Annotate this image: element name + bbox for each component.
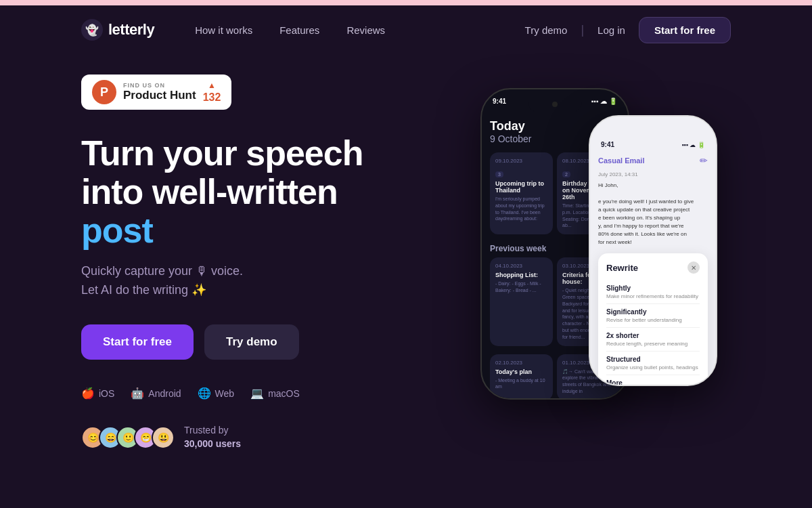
phone-mockups: 9:41 ▪▪▪ ☁ 🔋 Today 9 October 09.10.2023 …: [426, 75, 731, 427]
nav-features[interactable]: Features: [279, 24, 319, 36]
phone-sec-status: 9:41 ▪▪▪ ☁ 🔋: [598, 141, 708, 148]
main-content: P FIND US ON Product Hunt ▲ 132 Turn you…: [0, 54, 812, 450]
left-content: P FIND US ON Product Hunt ▲ 132 Turn you…: [81, 75, 386, 450]
rewrite-option-shorter[interactable]: 2x shorter Reduce length, preserve meani…: [606, 328, 700, 352]
phone-card-0: 09.10.2023 3 Upcoming trip to Thailand I…: [490, 152, 553, 234]
rewrite-slightly-title: Slightly: [606, 284, 700, 292]
platforms-row: 🍎 iOS 🤖 Android 🌐 Web 💻 macOS: [81, 387, 386, 400]
macos-icon: 💻: [250, 387, 264, 400]
nav-divider: |: [581, 23, 584, 37]
platform-android: 🤖 Android: [131, 387, 181, 400]
prev-card-title-2: Today's plan: [495, 368, 547, 375]
platform-macos-label: macOS: [268, 388, 300, 399]
platform-web-label: Web: [215, 388, 235, 399]
hero-subtext: Quickly capture your 🎙 voice. Let AI do …: [81, 261, 386, 301]
rewrite-close-button[interactable]: ✕: [687, 261, 700, 274]
product-hunt-logo: P: [92, 80, 116, 104]
product-hunt-arrow-icon: ▲: [208, 81, 216, 90]
hero-line3: post: [81, 211, 153, 250]
rewrite-option-structured[interactable]: Structured Organize using bullet points,…: [606, 352, 700, 375]
web-icon: 🌐: [198, 387, 211, 400]
product-hunt-badge[interactable]: P FIND US ON Product Hunt ▲ 132: [81, 75, 231, 110]
platform-ios: 🍎 iOS: [81, 387, 114, 400]
logo[interactable]: 👻 letterly: [81, 19, 154, 41]
platform-android-label: Android: [148, 388, 181, 399]
trusted-row: 😊 😄 🙂 😁 😃 Trusted by 30,000 users: [81, 424, 386, 450]
hero-title: Turn your speech into well-written post: [81, 134, 386, 251]
phone-sec-inner: 9:41 ▪▪▪ ☁ 🔋 Casual Email ✏ July 2023, 1…: [590, 117, 716, 385]
trusted-label: Trusted by: [184, 425, 229, 436]
nav-how-it-works[interactable]: How it works: [195, 24, 252, 36]
prev-card-date-2: 02.10.2023: [495, 360, 547, 366]
product-hunt-count-block: ▲ 132: [203, 81, 221, 104]
try-demo-button[interactable]: Try demo: [204, 324, 299, 360]
logo-icon: 👻: [81, 19, 103, 41]
rewrite-panel: Rewrite ✕ Slightly Make minor refinement…: [598, 253, 708, 386]
apple-icon: 🍎: [81, 387, 95, 400]
navbar: 👻 letterly How it works Features Reviews…: [0, 5, 812, 54]
card-badge-0: 3: [495, 171, 503, 177]
phone-notch: [528, 96, 582, 112]
card-title-0: Upcoming trip to Thailand: [495, 180, 547, 194]
rewrite-title: Rewrite: [606, 263, 638, 273]
prev-card-text-2: - Meeting a buddy at 10 am: [495, 377, 547, 391]
nav-try-demo[interactable]: Try demo: [525, 24, 568, 36]
rewrite-sig-desc: Revise for better understanding: [606, 317, 700, 323]
sec-icons: ▪▪▪ ☁ 🔋: [681, 142, 705, 148]
product-hunt-find-label: FIND US ON: [123, 82, 196, 89]
start-free-button[interactable]: Start for free: [81, 324, 194, 360]
prev-card-date-0: 04.10.2023: [495, 263, 547, 269]
trusted-count: 30,000 users: [184, 438, 241, 451]
card-text-0: I'm seriously pumped about my upcoming t…: [495, 196, 547, 222]
nav-login[interactable]: Log in: [597, 24, 625, 36]
email-body: Hi John, e you're doing well! I just wan…: [598, 182, 708, 247]
phone-prev-card-2: 02.10.2023 Today's plan - Meeting a budd…: [490, 354, 553, 400]
platform-macos: 💻 macOS: [250, 387, 300, 400]
phone-secondary: 9:41 ▪▪▪ ☁ 🔋 Casual Email ✏ July 2023, 1…: [589, 115, 717, 386]
rewrite-sig-title: Significantly: [606, 308, 700, 316]
avatar-stack: 😊 😄 🙂 😁 😃: [81, 426, 175, 449]
card-date-0: 09.10.2023: [495, 158, 547, 164]
rewrite-structured-desc: Organize using bullet points, headings: [606, 364, 700, 371]
sec-time: 9:41: [601, 141, 614, 148]
cta-row: Start for free Try demo: [81, 324, 386, 360]
prev-card-text-0: - Dairy: - Eggs - Milk - Bakery: - Bread…: [495, 280, 547, 294]
phone-signal: ▪▪▪ ☁ 🔋: [591, 98, 617, 105]
email-meta: July 2023, 14:31: [598, 171, 708, 177]
rewrite-shorter-title: 2x shorter: [606, 332, 700, 339]
hero-line1: Turn your speech: [81, 133, 363, 173]
rewrite-option-slightly[interactable]: Slightly Make minor refinements for read…: [606, 280, 700, 304]
nav-links: How it works Features Reviews: [195, 24, 497, 36]
email-header: Casual Email ✏: [598, 155, 708, 166]
logo-text: letterly: [108, 21, 154, 39]
platform-web: 🌐 Web: [198, 387, 235, 400]
rewrite-option-significantly[interactable]: Significantly Revise for better understa…: [606, 304, 700, 328]
nav-reviews[interactable]: Reviews: [346, 24, 385, 36]
card-badge-1: 2: [562, 171, 570, 177]
product-hunt-count: 132: [203, 91, 221, 104]
trusted-text: Trusted by 30,000 users: [184, 424, 241, 450]
nav-right: Try demo | Log in Start for free: [525, 17, 731, 43]
rewrite-structured-title: Structured: [606, 356, 700, 363]
hero-sub1: Quickly capture your 🎙 voice.: [81, 264, 243, 278]
nav-start-free-button[interactable]: Start for free: [639, 17, 731, 43]
phone-time: 9:41: [493, 98, 506, 105]
product-hunt-name: Product Hunt: [123, 89, 196, 102]
prev-card-title-0: Shopping List:: [495, 272, 547, 278]
hero-line2: into well-written: [81, 172, 338, 211]
android-icon: 🤖: [131, 387, 144, 400]
rewrite-header: Rewrite ✕: [606, 261, 700, 274]
camera-icon: [552, 102, 558, 107]
platform-ios-label: iOS: [99, 388, 114, 399]
rewrite-shorter-desc: Reduce length, preserve meaning: [606, 341, 700, 347]
phone-prev-card-0: 04.10.2023 Shopping List: - Dairy: - Egg…: [490, 257, 553, 345]
product-hunt-text: FIND US ON Product Hunt: [123, 82, 196, 102]
rewrite-more[interactable]: More: [606, 379, 700, 386]
avatar-5: 😃: [152, 426, 175, 449]
hero-sub2: Let AI do the writing ✨: [81, 283, 206, 297]
email-title: Casual Email: [598, 156, 644, 165]
top-border: [0, 0, 812, 5]
email-compose-icon: ✏: [700, 155, 708, 166]
rewrite-slightly-desc: Make minor refinements for readability: [606, 293, 700, 299]
